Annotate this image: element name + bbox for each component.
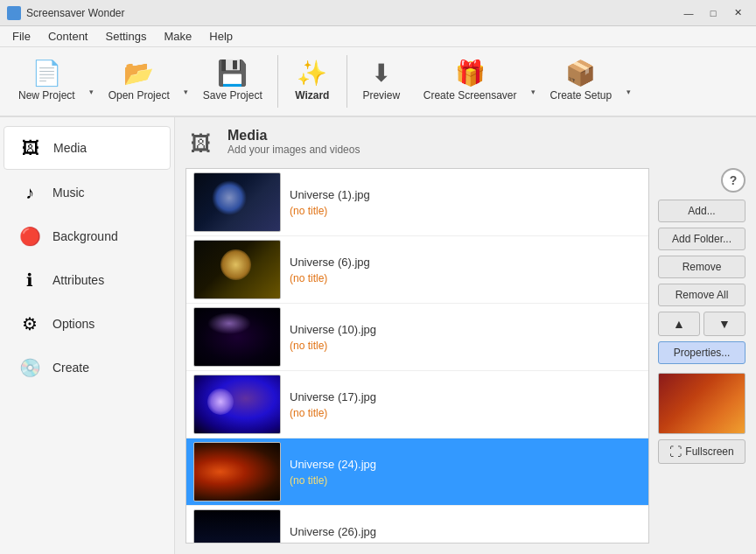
menu-item-help[interactable]: Help [200, 28, 242, 45]
media-thumb-4 [193, 375, 281, 434]
toolbar-btn-wrapper-open-project: 📂Open Project▾ [97, 51, 192, 112]
move-down-button[interactable]: ▼ [704, 312, 746, 336]
toolbar-btn-open-project[interactable]: 📂Open Project [97, 51, 181, 112]
sidebar-item-music[interactable]: ♪Music [4, 172, 171, 214]
open-project-icon: 📂 [123, 61, 154, 86]
sidebar-item-background[interactable]: 🔴Background [4, 215, 171, 257]
minimize-button[interactable]: — [677, 4, 700, 22]
properties-button[interactable]: Properties... [658, 341, 746, 364]
fullscreen-button[interactable]: ⛶ Fullscreen [658, 439, 746, 464]
sidebar-label-create: Create [52, 361, 89, 375]
preview-icon: ⬇ [371, 61, 391, 86]
wizard-icon: ✨ [297, 61, 327, 86]
new-project-icon: 📄 [32, 61, 62, 86]
media-item-3[interactable]: Universe (10).jpg(no title) [186, 304, 648, 371]
media-list[interactable]: Universe (1).jpg(no title)Universe (6).j… [186, 168, 649, 543]
title-bar-title: Screensaver Wonder [26, 7, 677, 19]
media-item-5[interactable]: Universe (24).jpg(no title) [186, 438, 648, 506]
media-thumb-1 [193, 172, 281, 232]
media-info-3: Universe (10).jpg(no title) [290, 323, 641, 352]
content-header-icon: 🖼 [186, 128, 217, 159]
toolbar-arrow-open-project[interactable]: ▾ [181, 51, 192, 112]
toolbar-btn-wrapper-create-screensaver: 🎁Create Screensaver▾ [412, 51, 539, 112]
sidebar-item-attributes[interactable]: ℹAttributes [4, 259, 171, 301]
remove-all-button[interactable]: Remove All [658, 284, 746, 306]
toolbar: 📄New Project▾📂Open Project▾💾Save Project… [0, 47, 756, 117]
media-item-6[interactable]: Universe (26).jpg(no title) [186, 506, 648, 543]
remove-button[interactable]: Remove [658, 256, 746, 278]
toolbar-btn-create-setup[interactable]: 📦Create Setup [539, 51, 624, 112]
media-title-2: (no title) [290, 272, 641, 284]
sidebar: 🖼Media♪Music🔴BackgroundℹAttributes⚙Optio… [0, 117, 175, 554]
preview-label: Preview [362, 89, 400, 102]
media-icon: 🖼 [18, 136, 43, 160]
title-bar-controls: — □ ✕ [677, 4, 749, 22]
menu-item-settings[interactable]: Settings [97, 28, 156, 45]
sidebar-item-options[interactable]: ⚙Options [4, 303, 171, 345]
sidebar-item-create[interactable]: 💿Create [4, 347, 171, 389]
preview-thumbnail [658, 373, 746, 434]
media-item-1[interactable]: Universe (1).jpg(no title) [186, 169, 648, 236]
media-title-5: (no title) [290, 474, 641, 487]
toolbar-btn-preview[interactable]: ⬇Preview [351, 51, 412, 112]
right-panel-top: ? [658, 168, 746, 193]
sidebar-label-media: Media [53, 141, 87, 155]
menu-item-file[interactable]: File [4, 28, 39, 45]
content-header-text: Media Add your images and videos [228, 128, 360, 156]
create-setup-icon: 📦 [565, 61, 596, 86]
create-screensaver-label: Create Screensaver [424, 89, 517, 102]
right-panel: ? Add... Add Folder... Remove Remove All… [658, 168, 746, 543]
fullscreen-label: Fullscreen [685, 445, 733, 458]
open-project-label: Open Project [108, 89, 170, 102]
add-button[interactable]: Add... [658, 200, 746, 222]
toolbar-btn-wizard[interactable]: ✨Wizard [282, 51, 343, 112]
media-title-4: (no title) [290, 407, 641, 419]
create-icon: 💿 [18, 355, 42, 380]
media-info-6: Universe (26).jpg(no title) [290, 525, 641, 544]
title-bar: Screensaver Wonder — □ ✕ [0, 0, 756, 26]
sidebar-label-background: Background [52, 229, 118, 243]
toolbar-btn-wrapper-new-project: 📄New Project▾ [7, 51, 97, 112]
media-thumb-2 [193, 240, 281, 299]
media-title-6: (no title) [290, 542, 641, 544]
options-icon: ⚙ [18, 312, 42, 336]
media-info-5: Universe (24).jpg(no title) [290, 458, 641, 487]
media-name-1: Universe (1).jpg [290, 188, 641, 201]
media-thumb-5 [193, 442, 281, 501]
media-title-3: (no title) [290, 340, 641, 352]
toolbar-separator-after-wizard [346, 55, 347, 108]
toolbar-btn-save-project[interactable]: 💾Save Project [192, 51, 274, 112]
toolbar-arrow-create-setup[interactable]: ▾ [623, 51, 634, 112]
media-info-1: Universe (1).jpg(no title) [290, 188, 641, 217]
main-content: 🖼Media♪Music🔴BackgroundℹAttributes⚙Optio… [0, 117, 756, 554]
move-up-button[interactable]: ▲ [658, 312, 700, 336]
media-panel: Universe (1).jpg(no title)Universe (6).j… [186, 168, 746, 543]
media-info-2: Universe (6).jpg(no title) [290, 256, 641, 284]
menu-item-content[interactable]: Content [39, 28, 97, 45]
sidebar-item-media[interactable]: 🖼Media [4, 126, 171, 170]
sidebar-label-attributes: Attributes [52, 273, 104, 287]
media-thumb-6 [193, 509, 281, 543]
media-info-4: Universe (17).jpg(no title) [290, 390, 641, 419]
maximize-button[interactable]: □ [702, 4, 724, 22]
close-button[interactable]: ✕ [726, 4, 749, 22]
menu-item-make[interactable]: Make [155, 28, 200, 45]
move-buttons: ▲ ▼ [658, 312, 746, 336]
toolbar-btn-create-screensaver[interactable]: 🎁Create Screensaver [412, 51, 528, 112]
toolbar-separator-3 [277, 55, 278, 108]
wizard-label: Wizard [295, 89, 329, 102]
toolbar-arrow-create-screensaver[interactable]: ▾ [528, 51, 539, 112]
media-item-2[interactable]: Universe (6).jpg(no title) [186, 236, 648, 304]
toolbar-arrow-new-project[interactable]: ▾ [87, 51, 97, 112]
save-project-label: Save Project [203, 89, 262, 102]
new-project-label: New Project [18, 89, 75, 102]
add-folder-button[interactable]: Add Folder... [658, 228, 746, 250]
media-item-4[interactable]: Universe (17).jpg(no title) [186, 371, 648, 438]
toolbar-btn-new-project[interactable]: 📄New Project [7, 51, 87, 112]
toolbar-btn-wrapper-create-setup: 📦Create Setup▾ [539, 51, 634, 112]
media-title-1: (no title) [290, 205, 641, 217]
media-name-5: Universe (24).jpg [290, 458, 641, 471]
sidebar-label-music: Music [52, 186, 85, 200]
help-button[interactable]: ? [721, 168, 746, 193]
background-icon: 🔴 [18, 224, 42, 249]
